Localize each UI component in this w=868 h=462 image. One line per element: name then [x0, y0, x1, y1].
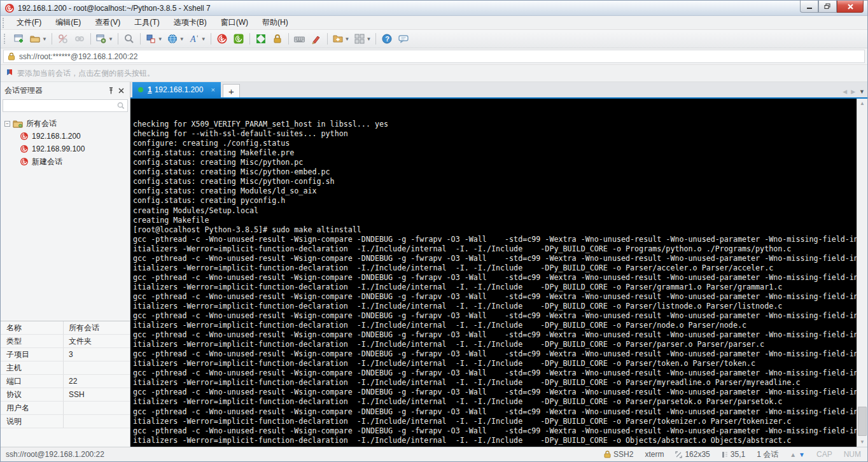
property-row: 说明: [1, 415, 130, 428]
terminal-line: config.status: creating Modules/ld_so_ai…: [133, 186, 857, 196]
toolbar-separator: [140, 33, 141, 45]
new-tab-button[interactable]: +: [223, 84, 240, 97]
tab-connected-dot-icon: [138, 87, 143, 92]
feedback-button[interactable]: [396, 31, 411, 46]
virtual-keyboard-button[interactable]: [292, 31, 307, 46]
terminal-line: gcc -pthread -c -Wno-unused-result -Wsig…: [133, 292, 857, 302]
new-file-caret-icon[interactable]: ▼: [345, 36, 350, 42]
upload-arrow-icon[interactable]: ▲: [790, 451, 796, 458]
status-connection-url: ssh://root@192.168.1.200:22: [6, 450, 598, 459]
search-icon[interactable]: [116, 101, 125, 110]
scrollbar-down-icon[interactable]: ▼: [857, 437, 867, 447]
toolbar-separator: [249, 33, 250, 45]
terminal-screen[interactable]: checking for X509_VERIFY_PARAM_set1_host…: [130, 99, 857, 447]
status-session-count: 1 会话: [751, 449, 784, 460]
tree-session-item[interactable]: 192.168.1.200: [1, 130, 130, 143]
download-arrow-icon[interactable]: ▼: [799, 451, 805, 458]
menubar-drag-handle[interactable]: [3, 18, 6, 28]
web-button[interactable]: ▼: [165, 31, 186, 46]
terminal-line: checking for X509_VERIFY_PARAM_set1_host…: [133, 120, 857, 129]
terminal-line: config.status: creating Misc/python.pc: [133, 158, 857, 167]
status-terminal-type[interactable]: xterm: [639, 450, 669, 459]
menu-item-3[interactable]: 工具(T): [127, 16, 166, 29]
new-file-button[interactable]: ▼: [331, 31, 351, 46]
reconnect-button[interactable]: [72, 31, 87, 46]
menu-item-2[interactable]: 查看(V): [88, 16, 127, 29]
tab-bar: 1 192.168.1.200 × + ◀ ▶ ▼: [130, 82, 867, 99]
property-label: 类型: [1, 336, 63, 347]
terminal-line: itializers -Werror=implicit-function-dec…: [133, 397, 857, 407]
xftp-icon-button[interactable]: [231, 31, 246, 46]
property-value: 3: [63, 348, 130, 361]
panel-close-icon[interactable]: [116, 85, 126, 95]
font-button[interactable]: A▼: [187, 31, 207, 46]
flag-icon[interactable]: [6, 69, 13, 78]
minimize-button[interactable]: [800, 1, 818, 13]
tree-session-item[interactable]: 新建会话: [1, 155, 130, 168]
title-bar: 192.168.1.200 - root@localhost:~/Python-…: [1, 1, 867, 16]
session-search-input[interactable]: [3, 101, 116, 111]
xshell-app-icon: [4, 3, 15, 13]
tab-scroll-right-icon[interactable]: ▶: [851, 88, 855, 95]
expander-icon[interactable]: −: [4, 121, 10, 127]
lock-button[interactable]: [270, 31, 285, 46]
status-transfer-arrows[interactable]: ▲ ▼: [784, 451, 811, 458]
fullscreen-button[interactable]: [253, 31, 269, 46]
tile-windows-button[interactable]: ▼: [353, 31, 373, 46]
restore-button[interactable]: [818, 1, 837, 13]
menu-item-5[interactable]: 窗口(W): [214, 16, 255, 29]
tab-index: 1: [148, 85, 152, 94]
tab-session-192-168-1-200[interactable]: 1 192.168.1.200 ×: [132, 82, 221, 97]
toolbar-drag-handle[interactable]: [4, 34, 7, 44]
window-controls: [800, 1, 864, 13]
session-manager-title: 会话管理器: [4, 85, 43, 96]
tile-windows-caret-icon[interactable]: ▼: [367, 36, 372, 42]
menu-item-1[interactable]: 编辑(E): [48, 16, 88, 29]
address-input[interactable]: ssh://root:******@192.168.1.200:22: [3, 50, 865, 63]
open-session-caret-icon[interactable]: ▼: [42, 36, 47, 42]
tree-root-all-sessions[interactable]: − 所有会话: [1, 117, 130, 130]
terminal-scrollbar[interactable]: ▲ ▼: [857, 99, 867, 447]
font-caret-icon[interactable]: ▼: [201, 36, 206, 42]
menu-item-0[interactable]: 文件(F): [10, 16, 48, 29]
tree-session-item[interactable]: 192.168.99.100: [1, 143, 130, 155]
session-label: 192.168.1.200: [32, 132, 81, 141]
cursor-position-icon: [722, 451, 728, 458]
terminal-line: itializers -Werror=implicit-function-dec…: [133, 378, 857, 388]
menu-item-6[interactable]: 帮助(H): [255, 16, 295, 29]
close-button[interactable]: [837, 1, 864, 13]
session-properties-caret-icon[interactable]: ▼: [108, 36, 113, 42]
terminal-line: itializers -Werror=implicit-function-dec…: [133, 340, 857, 349]
pin-icon[interactable]: [106, 85, 116, 95]
terminal-line: config.status: creating Makefile.pre: [133, 148, 857, 158]
tree-root-label: 所有会话: [26, 118, 57, 129]
session-search-box: [3, 99, 128, 112]
property-row: 主机: [1, 361, 130, 375]
terminal-line: gcc -pthread -c -Wno-unused-result -Wsig…: [133, 349, 857, 359]
folder-icon: [13, 119, 23, 128]
web-caret-icon[interactable]: ▼: [179, 36, 185, 42]
help-button[interactable]: ?: [379, 31, 395, 46]
scrollbar-thumb[interactable]: [858, 407, 867, 436]
disconnect-button[interactable]: [55, 31, 71, 46]
new-session-button[interactable]: [11, 31, 27, 46]
session-properties-button[interactable]: ▼: [94, 31, 115, 46]
highlighter-button[interactable]: [309, 31, 324, 46]
main-area: 会话管理器 − 所有会话 192.168.1.200192.168.99.100…: [1, 82, 867, 447]
session-manager-header: 会话管理器: [1, 82, 130, 99]
terminal-line: gcc -pthread -c -Wno-unused-result -Wsig…: [133, 426, 857, 436]
open-session-button[interactable]: ▼: [28, 31, 48, 46]
tab-close-icon[interactable]: ×: [211, 86, 214, 94]
terminal-line: checking for --with-ssl-default-suites..…: [133, 129, 857, 139]
tab-list-caret-icon[interactable]: ▼: [859, 88, 865, 95]
scrollbar-up-icon[interactable]: ▲: [857, 99, 867, 108]
layout-button[interactable]: ▼: [144, 31, 164, 46]
tab-scroll-left-icon[interactable]: ◀: [843, 88, 847, 95]
terminal-line: itializers -Werror=implicit-function-dec…: [133, 359, 857, 368]
find-button[interactable]: [122, 31, 137, 46]
property-value: 所有会话: [63, 321, 130, 334]
menu-item-4[interactable]: 选项卡(B): [167, 16, 214, 29]
xshell-session-icon: [20, 144, 29, 153]
layout-caret-icon[interactable]: ▼: [158, 36, 163, 42]
xshell-icon-button[interactable]: [214, 31, 230, 46]
